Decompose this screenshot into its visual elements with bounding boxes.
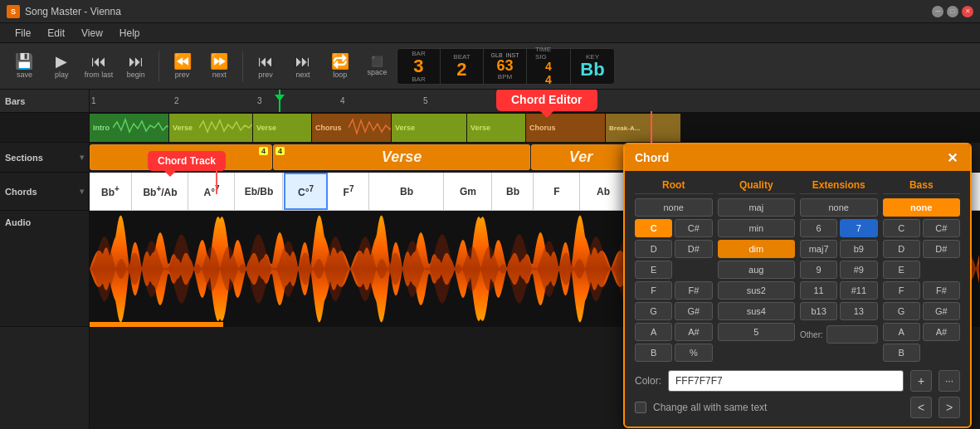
root-E[interactable]: E <box>635 261 672 279</box>
from-last-button[interactable]: ⏮ from last <box>81 47 117 85</box>
menu-edit[interactable]: Edit <box>39 26 73 41</box>
minimize-button[interactable]: ─ <box>932 6 943 17</box>
ext-maj7[interactable]: maj7 <box>800 240 837 258</box>
bass-B[interactable]: B <box>883 344 920 362</box>
color-input[interactable] <box>668 370 904 392</box>
intro-wave-svg <box>113 115 168 140</box>
space-button[interactable]: ⬛ space <box>359 47 395 85</box>
quality-maj[interactable]: maj <box>718 198 796 217</box>
chord-cell-2[interactable]: A°7 <box>189 173 235 210</box>
playhead[interactable] <box>279 90 280 112</box>
sections-collapse-icon[interactable]: ▾ <box>80 153 84 162</box>
chord-cell-0[interactable]: Bb+ <box>90 173 132 210</box>
menu-help[interactable]: Help <box>111 26 149 41</box>
bar-sublabel: BAR <box>412 76 425 83</box>
bass-Gsharp[interactable]: G# <box>923 302 960 320</box>
loop-button[interactable]: 🔁 loop <box>322 47 358 85</box>
root-Gsharp[interactable]: G# <box>675 302 712 320</box>
chord-cell-5[interactable]: F7 <box>329 173 369 210</box>
bass-Csharp[interactable]: C# <box>923 219 960 237</box>
ext-b13[interactable]: b13 <box>800 302 837 320</box>
ext-none[interactable]: none <box>800 198 878 217</box>
bass-G[interactable]: G <box>883 302 920 320</box>
prev2-button[interactable]: ⏮ prev <box>248 47 284 85</box>
quality-aug[interactable]: aug <box>718 261 796 279</box>
section-verse[interactable]: Verse 4 <box>273 144 530 170</box>
sections-track-label[interactable]: Sections ▾ <box>0 143 89 173</box>
change-all-checkbox[interactable] <box>635 402 646 413</box>
ext-other-input[interactable] <box>826 325 878 344</box>
bass-A[interactable]: A <box>883 323 920 341</box>
chords-collapse-icon[interactable]: ▾ <box>80 187 84 196</box>
next-button[interactable]: ⏩ next <box>202 47 237 85</box>
section-intro[interactable]: Intro 4 <box>90 144 272 170</box>
color-add-button[interactable]: + <box>910 370 932 392</box>
menu-view[interactable]: View <box>73 26 111 41</box>
bars-row[interactable]: 1 2 3 4 5 6 7 <box>90 90 980 113</box>
play-button[interactable]: ▶ play <box>44 47 80 85</box>
prev2-label: prev <box>258 71 273 79</box>
root-Csharp[interactable]: C# <box>675 219 712 237</box>
chord-cell-6[interactable]: Bb <box>370 173 444 210</box>
chord-cell-8[interactable]: Bb <box>493 173 534 210</box>
app-title: Song Master - Vienna <box>25 6 932 17</box>
color-more-button[interactable]: ··· <box>939 370 960 392</box>
ext-b9[interactable]: b9 <box>840 240 877 258</box>
bass-F[interactable]: F <box>883 281 920 300</box>
maximize-button[interactable]: □ <box>947 6 958 17</box>
root-A[interactable]: A <box>635 323 672 341</box>
beat-display: BEAT 2 <box>441 49 484 84</box>
bass-none[interactable]: none <box>883 198 961 217</box>
menu-file[interactable]: File <box>7 26 39 41</box>
root-F[interactable]: F <box>635 281 672 300</box>
root-Fsharp[interactable]: F# <box>675 281 712 300</box>
root-G[interactable]: G <box>635 302 672 320</box>
menubar: File Edit View Help <box>0 23 980 43</box>
quality-sus4[interactable]: sus4 <box>718 302 796 320</box>
begin-button[interactable]: ⏭ begin <box>118 47 154 85</box>
ext-sharp9[interactable]: #9 <box>840 261 877 279</box>
chord-panel-close-button[interactable]: ✕ <box>943 149 960 166</box>
bass-Fsharp[interactable]: F# <box>923 281 960 300</box>
ext-9[interactable]: 9 <box>800 261 837 279</box>
bass-C[interactable]: C <box>883 219 920 237</box>
root-C[interactable]: C <box>635 219 672 237</box>
prev-button[interactable]: ⏪ prev <box>164 47 200 85</box>
save-button[interactable]: 💾 save <box>7 47 42 85</box>
quality-min[interactable]: min <box>718 219 796 237</box>
bass-Asharp[interactable]: A# <box>923 323 960 341</box>
bass-D[interactable]: D <box>883 240 920 258</box>
chord-cell-3[interactable]: Eb/Bb <box>236 173 283 210</box>
bass-E[interactable]: E <box>883 261 920 279</box>
quality-sus2[interactable]: sus2 <box>718 281 796 300</box>
ext-13[interactable]: 13 <box>840 302 877 320</box>
root-percent[interactable]: % <box>675 344 712 362</box>
root-empty <box>675 261 712 279</box>
ext-11[interactable]: 11 <box>800 281 837 300</box>
quality-dim[interactable]: dim <box>718 240 796 258</box>
close-button[interactable]: ✕ <box>962 6 973 17</box>
loop-label: loop <box>333 71 347 79</box>
bass-Dsharp[interactable]: D# <box>923 240 960 258</box>
waveform-track-label <box>0 113 89 143</box>
ext-6[interactable]: 6 <box>800 219 837 237</box>
chord-cell-7[interactable]: Gm <box>445 173 492 210</box>
ext-sharp11[interactable]: #11 <box>840 281 877 300</box>
intro-waveform: Intro <box>90 114 168 142</box>
ext-7[interactable]: 7 <box>840 219 877 237</box>
root-Asharp[interactable]: A# <box>675 323 712 341</box>
chord-cell-10[interactable]: Ab <box>581 173 627 210</box>
root-D[interactable]: D <box>635 240 672 258</box>
chord-cell-1[interactable]: Bb+/Ab <box>133 173 188 210</box>
chords-track-label[interactable]: Chords ▾ <box>0 173 89 211</box>
root-Dsharp[interactable]: D# <box>675 240 712 258</box>
chord-cell-9[interactable]: F <box>534 173 580 210</box>
chord-prev-button[interactable]: < <box>910 397 932 418</box>
root-B[interactable]: B <box>635 344 672 362</box>
next2-button[interactable]: ⏭ next <box>285 47 321 85</box>
chord-next-button[interactable]: > <box>939 397 960 418</box>
chord-cell-4-selected[interactable]: C°7 <box>284 173 328 210</box>
root-none[interactable]: none <box>635 198 713 217</box>
section-verse2[interactable]: Ver <box>531 144 631 170</box>
quality-5[interactable]: 5 <box>718 323 796 341</box>
